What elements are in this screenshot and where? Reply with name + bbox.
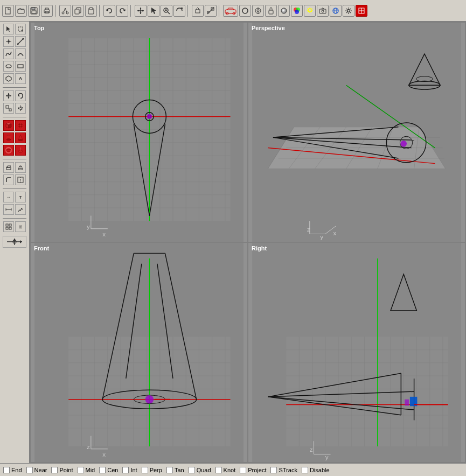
status-int[interactable]: Int xyxy=(122,467,137,473)
status-cen[interactable]: Cen xyxy=(99,467,118,473)
lock-button[interactable] xyxy=(265,5,277,17)
status-mid[interactable]: Mid xyxy=(78,467,95,473)
grid-snap-button[interactable] xyxy=(356,5,367,17)
annotate-button[interactable]: T xyxy=(15,192,26,202)
new-button[interactable] xyxy=(2,5,14,17)
pointer-button[interactable] xyxy=(148,5,159,17)
rotate-view-button[interactable] xyxy=(173,5,185,17)
fillet-button[interactable] xyxy=(3,174,14,185)
pan-button[interactable] xyxy=(135,5,147,17)
settings-button[interactable] xyxy=(343,5,354,17)
split-button[interactable] xyxy=(15,174,26,185)
world-button[interactable] xyxy=(330,5,342,17)
viewport-top-canvas[interactable]: y x xyxy=(31,23,247,242)
int-checkbox[interactable] xyxy=(122,467,129,473)
select-button[interactable] xyxy=(3,24,14,34)
print-button[interactable] xyxy=(41,5,53,17)
tan-checkbox[interactable] xyxy=(166,467,173,473)
viewport-layout-button[interactable]: ⊞ xyxy=(15,221,26,232)
project-checkbox[interactable] xyxy=(240,467,246,473)
mid-checkbox[interactable] xyxy=(78,467,84,473)
viewport-perspective[interactable]: Perspective xyxy=(248,23,465,242)
color-button[interactable] xyxy=(291,5,303,17)
curve-button[interactable] xyxy=(3,48,14,59)
status-perp[interactable]: Perp xyxy=(142,467,162,473)
mirror-button[interactable] xyxy=(15,103,26,114)
grid-button[interactable] xyxy=(3,221,14,232)
near-checkbox[interactable] xyxy=(26,467,33,473)
left-toolbar: A xyxy=(0,22,30,463)
ellipse-button[interactable] xyxy=(3,61,14,72)
viewport-front-canvas[interactable]: z x xyxy=(31,243,247,462)
end-checkbox[interactable] xyxy=(3,467,10,473)
zoom-button[interactable] xyxy=(161,5,172,17)
status-point[interactable]: Point xyxy=(51,467,73,473)
car-button[interactable] xyxy=(223,5,238,17)
disable-checkbox[interactable] xyxy=(302,467,308,473)
sphere-button[interactable] xyxy=(15,120,26,131)
rotate-tool-button[interactable] xyxy=(15,90,26,101)
quad-checkbox[interactable] xyxy=(189,467,195,473)
viewport-perspective-canvas[interactable]: z y x xyxy=(248,23,465,242)
select-window-button[interactable] xyxy=(15,24,26,34)
status-tan[interactable]: Tan xyxy=(166,467,184,473)
material-button[interactable] xyxy=(278,5,290,17)
open-button[interactable] xyxy=(15,5,27,17)
perp-checkbox[interactable] xyxy=(142,467,148,473)
analyze-button[interactable] xyxy=(15,204,26,215)
measure-button[interactable] xyxy=(3,204,14,215)
svg-point-61 xyxy=(6,65,11,68)
cone-button[interactable] xyxy=(15,132,26,143)
status-knot[interactable]: Knot xyxy=(215,467,236,473)
move-tool-button[interactable] xyxy=(3,90,14,101)
arc-button[interactable] xyxy=(15,48,26,59)
status-project[interactable]: Project xyxy=(240,467,266,473)
redo-button[interactable] xyxy=(116,5,128,17)
torus-button[interactable] xyxy=(3,145,14,156)
camera-button[interactable] xyxy=(317,5,329,17)
cut-button[interactable] xyxy=(59,5,71,17)
undo-button[interactable] xyxy=(103,5,115,17)
copy-button[interactable] xyxy=(72,5,84,17)
status-quad[interactable]: Quad xyxy=(189,467,211,473)
text-button[interactable]: A xyxy=(15,73,26,84)
viewport-top[interactable]: Top xyxy=(31,23,247,242)
plane-button[interactable] xyxy=(15,145,26,156)
sep2 xyxy=(99,5,101,17)
light-button[interactable] xyxy=(304,5,316,17)
move-button[interactable] xyxy=(192,5,204,17)
extrude-button[interactable] xyxy=(3,162,14,173)
status-strack[interactable]: STrack xyxy=(270,467,297,473)
layout-row: ⊞ xyxy=(3,221,26,232)
status-disable[interactable]: Disable xyxy=(302,467,330,473)
scale-tool-button[interactable] xyxy=(3,103,14,114)
svg-point-36 xyxy=(281,8,287,13)
cylinder-button[interactable] xyxy=(3,132,14,143)
scale-button[interactable] xyxy=(205,5,217,17)
transform-gizmo-button[interactable] xyxy=(3,236,26,248)
line-button[interactable] xyxy=(15,36,26,47)
loft-button[interactable] xyxy=(15,162,26,173)
polygon-button[interactable] xyxy=(3,73,14,84)
main-toolbar xyxy=(0,0,466,22)
target-button[interactable] xyxy=(252,5,264,17)
svg-point-89 xyxy=(6,149,11,151)
viewport-front[interactable]: Front xyxy=(31,243,247,462)
save-button[interactable] xyxy=(28,5,40,17)
strack-checkbox[interactable] xyxy=(270,467,277,473)
paste-button[interactable] xyxy=(85,5,97,17)
near-label: Near xyxy=(34,467,47,473)
status-near[interactable]: Near xyxy=(26,467,47,473)
dimension-button[interactable]: ↔ xyxy=(3,192,14,202)
cen-checkbox[interactable] xyxy=(99,467,106,473)
rectangle-button[interactable] xyxy=(15,61,26,72)
point-button[interactable] xyxy=(3,36,14,47)
viewport-right[interactable]: Right xyxy=(248,243,465,462)
status-end[interactable]: End xyxy=(3,467,22,473)
viewport-right-canvas[interactable]: z y xyxy=(248,243,465,462)
knot-checkbox[interactable] xyxy=(215,467,222,473)
point-checkbox[interactable] xyxy=(51,467,58,473)
svg-rect-35 xyxy=(269,10,273,14)
circle-tool-button[interactable] xyxy=(239,5,251,17)
box-button[interactable] xyxy=(3,120,14,131)
